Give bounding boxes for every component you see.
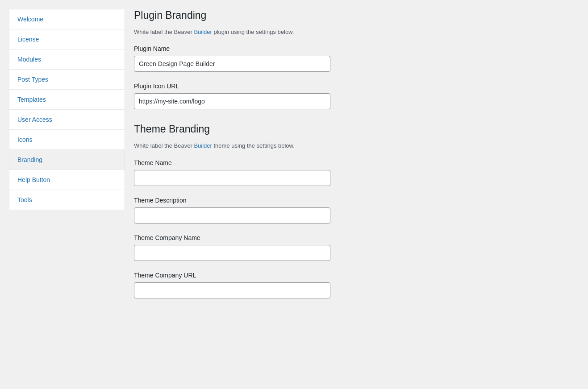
- theme-name-input[interactable]: [134, 170, 330, 186]
- plugin-icon-url-input[interactable]: [134, 93, 330, 109]
- plugin-name-group: Plugin Name: [134, 45, 579, 72]
- theme-company-name-input[interactable]: [134, 245, 330, 261]
- theme-company-name-group: Theme Company Name: [134, 234, 579, 261]
- theme-name-group: Theme Name: [134, 159, 579, 186]
- sidebar-item-user-access[interactable]: User Access: [9, 110, 125, 130]
- plugin-branding-title: Plugin Branding: [134, 9, 579, 22]
- sidebar-item-license[interactable]: License: [9, 29, 125, 50]
- theme-company-url-input[interactable]: [134, 282, 330, 298]
- sidebar-item-branding[interactable]: Branding: [9, 150, 125, 170]
- plugin-name-input[interactable]: [134, 56, 330, 72]
- theme-branding-section: Theme Branding White label the Beaver Bu…: [134, 123, 579, 298]
- sidebar-item-welcome[interactable]: Welcome: [9, 9, 125, 29]
- plugin-branding-section: Plugin Branding White label the Beaver B…: [134, 9, 579, 109]
- plugin-branding-description: White label the Beaver Builder plugin us…: [134, 28, 579, 37]
- sidebar: Welcome License Modules Post Types Templ…: [9, 9, 125, 210]
- theme-branding-link-builder[interactable]: Builder: [194, 142, 212, 149]
- sidebar-item-templates[interactable]: Templates: [9, 90, 125, 110]
- sidebar-item-tools[interactable]: Tools: [9, 190, 125, 210]
- theme-description-group: Theme Description: [134, 197, 579, 223]
- sidebar-item-help-button[interactable]: Help Button: [9, 170, 125, 190]
- plugin-icon-url-label: Plugin Icon URL: [134, 83, 579, 90]
- theme-company-url-label: Theme Company URL: [134, 272, 579, 279]
- theme-branding-description: White label the Beaver Builder theme usi…: [134, 141, 579, 150]
- sidebar-item-icons[interactable]: Icons: [9, 130, 125, 150]
- plugin-icon-url-group: Plugin Icon URL: [134, 83, 579, 109]
- theme-branding-title: Theme Branding: [134, 123, 579, 136]
- theme-company-url-group: Theme Company URL: [134, 272, 579, 298]
- sidebar-item-post-types[interactable]: Post Types: [9, 70, 125, 90]
- theme-name-label: Theme Name: [134, 159, 579, 166]
- plugin-branding-link-builder[interactable]: Builder: [194, 29, 212, 35]
- theme-description-label: Theme Description: [134, 197, 579, 204]
- sidebar-item-modules[interactable]: Modules: [9, 50, 125, 70]
- page-wrapper: Welcome License Modules Post Types Templ…: [0, 0, 588, 389]
- theme-company-name-label: Theme Company Name: [134, 234, 579, 241]
- theme-description-input[interactable]: [134, 207, 330, 223]
- plugin-name-label: Plugin Name: [134, 45, 579, 52]
- main-content: Plugin Branding White label the Beaver B…: [134, 9, 579, 380]
